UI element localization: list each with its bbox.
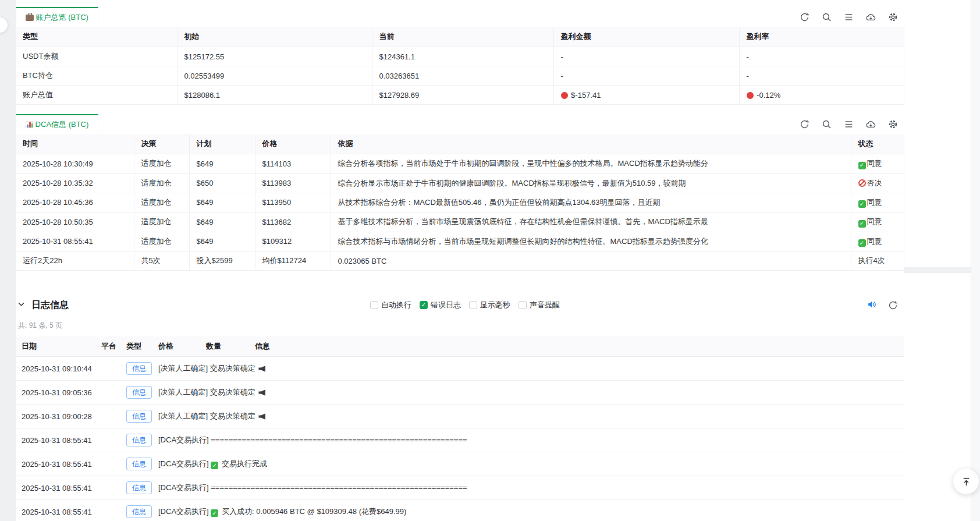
- log-row: 2025-10-31 08:55:41 信息 [DCA交易执行] =======…: [16, 476, 904, 500]
- cell-initial: $125172.55: [177, 47, 372, 66]
- cell-log-message: [DCA交易执行] ==============================…: [152, 428, 904, 452]
- cell-plan: $649: [189, 193, 255, 212]
- cell-rate: -: [739, 47, 904, 66]
- check-icon: [211, 462, 218, 469]
- col-profit-rate: 盈利率: [739, 27, 904, 47]
- tab-account-overview[interactable]: 账户总览 (BTC): [16, 7, 98, 27]
- cell-plan: $649: [189, 212, 255, 232]
- checkbox[interactable]: [519, 301, 527, 309]
- cell-profit: $-157.41: [553, 86, 739, 105]
- check-icon: [858, 239, 866, 247]
- menu-icon: [844, 119, 854, 129]
- settings-button[interactable]: [888, 119, 898, 129]
- cell-log-type: 信息: [120, 381, 152, 405]
- info-badge: 信息: [126, 410, 152, 423]
- log-option-label: 声音提醒: [530, 300, 560, 310]
- dca-table-row: 2025-10-28 10:35:32 适度加仓 $650 $113983 综合…: [16, 173, 904, 193]
- cell-log-date: 2025-10-31 09:05:36: [16, 381, 95, 405]
- settings-button[interactable]: [888, 12, 898, 22]
- cloud-download-icon: [866, 119, 876, 129]
- info-badge: 信息: [126, 458, 152, 470]
- log-option[interactable]: 声音提醒: [519, 300, 560, 310]
- log-option[interactable]: 显示毫秒: [469, 300, 510, 310]
- cell-status: 否决: [851, 173, 904, 193]
- log-refresh-button[interactable]: [888, 300, 898, 310]
- col-log-type: 类型: [120, 336, 152, 357]
- gear-icon: [888, 12, 898, 22]
- dca-table-row: 2025-10-28 10:50:35 适度加仓 $649 $113682 基于…: [16, 212, 904, 232]
- red-dot-icon: [747, 92, 754, 99]
- col-time: 时间: [16, 134, 134, 154]
- summary-invested: 投入$2599: [189, 251, 255, 271]
- col-plan: 计划: [189, 134, 255, 154]
- cell-decision: 适度加仓: [134, 173, 189, 193]
- dca-toolbar: [800, 119, 904, 134]
- log-option-label: 错误日志: [431, 300, 461, 310]
- checkbox[interactable]: [370, 301, 378, 309]
- cell-type: BTC持仓: [16, 66, 177, 86]
- cell-basis: 综合分析显示市场正处于牛市初期的健康回调阶段。MACD指标呈现积极信号，最新值为…: [331, 173, 851, 193]
- summary-executed: 执行4次: [851, 251, 904, 271]
- checkbox[interactable]: [420, 301, 428, 309]
- chevron-down-icon[interactable]: [17, 300, 26, 310]
- col-initial: 初始: [177, 27, 372, 47]
- cell-status: 同意: [851, 193, 904, 212]
- back-to-top-button[interactable]: [953, 469, 979, 494]
- account-overview-card: 账户总览 (BTC) 类型 初始 当前 盈利金额 盈利率: [16, 0, 904, 282]
- account-table-row: 账户总值 $128086.1 $127928.69 $-157.41 -0.12…: [16, 86, 904, 105]
- cloud-download-icon: [866, 12, 876, 22]
- tab-account-label: 账户总览 (BTC): [26, 12, 88, 23]
- search-button[interactable]: [822, 12, 832, 22]
- log-option[interactable]: 自动换行: [370, 300, 411, 310]
- account-table-header: 类型 初始 当前 盈利金额 盈利率: [16, 27, 904, 47]
- col-type: 类型: [16, 27, 177, 47]
- cell-log-message: [决策人工确定] 交易决策确定: [152, 357, 904, 381]
- cell-price: $113682: [255, 212, 331, 232]
- log-options: 自动换行 错误日志 显示毫秒 声音提醒: [370, 300, 566, 310]
- cell-log-type: 信息: [120, 405, 152, 428]
- search-button[interactable]: [822, 119, 832, 129]
- log-section-title: 日志信息: [31, 299, 69, 311]
- cell-profit: -: [553, 66, 739, 86]
- info-badge: 信息: [126, 505, 152, 518]
- cell-price: $113950: [255, 193, 331, 212]
- log-row: 2025-10-31 09:05:36 信息 [决策人工确定] 交易决策确定: [16, 381, 904, 405]
- cell-decision: 适度加仓: [134, 212, 189, 232]
- speaker-icon[interactable]: [867, 300, 876, 311]
- cell-log-type: 信息: [120, 500, 152, 521]
- summary-btc-amount: 0.023065 BTC: [331, 251, 851, 271]
- cell-log-date: 2025-10-31 08:55:41: [16, 452, 95, 476]
- menu-button[interactable]: [844, 119, 854, 129]
- cell-decision: 适度加仓: [134, 193, 189, 212]
- left-edge-strip: [0, 0, 16, 521]
- cell-initial: $128086.1: [177, 86, 372, 105]
- cloud-download-button[interactable]: [866, 12, 876, 22]
- log-collapse-toggle[interactable]: 日志信息: [16, 299, 69, 311]
- log-option[interactable]: 错误日志: [420, 300, 461, 310]
- gear-icon: [888, 119, 898, 129]
- cell-log-date: 2025-10-31 08:55:41: [16, 428, 95, 452]
- checkbox[interactable]: [469, 301, 477, 309]
- cell-current: $124361.1: [372, 47, 553, 66]
- cell-log-date: 2025-10-31 08:55:41: [16, 476, 95, 500]
- cloud-download-button[interactable]: [866, 119, 876, 129]
- cell-log-date: 2025-10-31 08:55:41: [16, 500, 95, 521]
- scrollbar-track[interactable]: [971, 0, 980, 521]
- log-row: 2025-10-31 08:55:41 信息 [DCA交易执行] =======…: [16, 428, 904, 452]
- tab-dca-info[interactable]: DCA信息 (BTC): [16, 114, 98, 134]
- cell-time: 2025-10-31 08:55:41: [16, 232, 134, 251]
- log-table: 日期 平台 类型 价格 数量 信息 2025-10-31 09:10:44 信息…: [16, 336, 904, 521]
- info-badge: 信息: [126, 434, 152, 446]
- refresh-icon: [888, 300, 898, 310]
- cell-price: $114103: [255, 154, 331, 174]
- refresh-button[interactable]: [800, 119, 809, 129]
- red-dot-icon: [561, 92, 568, 99]
- refresh-button[interactable]: [800, 12, 809, 22]
- cell-log-message: [决策人工确定] 交易决策确定: [152, 405, 904, 428]
- cell-time: 2025-10-28 10:30:49: [16, 154, 134, 174]
- cell-time: 2025-10-28 10:50:35: [16, 212, 134, 232]
- log-row: 2025-10-31 09:00:28 信息 [决策人工确定] 交易决策确定: [16, 405, 904, 428]
- summary-runtime: 运行2天22h: [16, 251, 134, 271]
- col-profit-amount: 盈利金额: [553, 27, 739, 47]
- menu-button[interactable]: [844, 12, 854, 22]
